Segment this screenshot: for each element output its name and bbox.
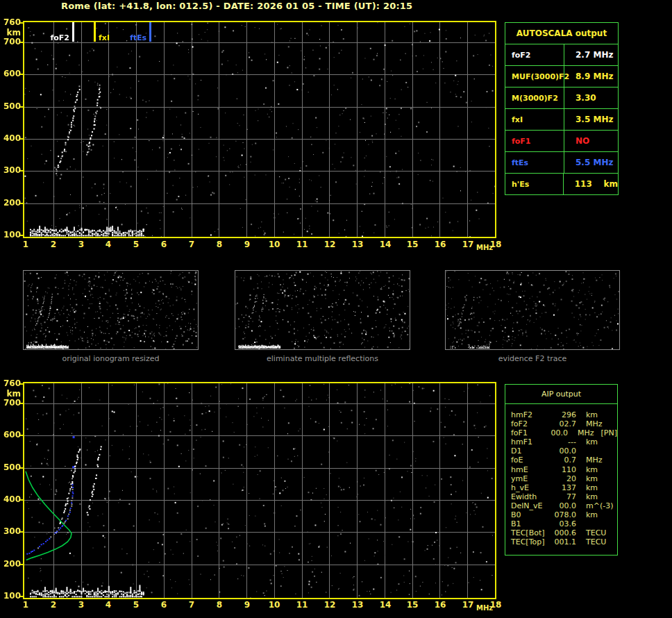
aip-row-value: 00.0 [546,428,568,437]
y-tick [20,235,23,236]
autoscala-output-table: AUTOSCALA output foF22.7 MHzMUF(3000)F28… [505,22,619,195]
aip-row-TEC[Bot]: TEC[Bot]000.6TECU [505,528,617,537]
x-tick-label: 4 [101,600,116,610]
aip-row-foF2: foF202.7MHz [505,419,617,428]
x-tick-label: 16 [432,240,448,249]
aip-row-label: B0 [511,510,551,519]
x-axis-unit: MHz [476,244,493,251]
aip-row-label: Ewidth [511,492,551,501]
x-tick-label: 11 [294,600,310,610]
aip-row-label: hmF1 [511,437,551,446]
autoscala-row-label: ftEs [505,152,564,173]
autoscala-row-ftEs: ftEs5.5 MHz [505,152,618,174]
aip-row-value: 137 [551,483,576,492]
aip-row-value: 03.6 [551,519,576,528]
aip-row-label: hmF2 [511,410,551,419]
x-tick-label: 7 [184,240,199,249]
aip-row-value: 00.0 [551,446,576,456]
aip-row-D1: D100.0 [505,446,617,456]
y-tick [20,531,23,533]
y-tick-label: 400 [0,494,21,504]
aip-row-label: ymE [511,474,551,483]
aip-row-value: 20 [551,474,576,483]
aip-row-unit: m^(-3) [586,501,613,510]
x-tick-label: 12 [322,240,337,249]
aip-row-B0: B0078.0km [505,510,617,519]
x-tick-label: 17 [460,240,476,249]
autoscala-row-fxI: fxI3.5 MHz [505,109,618,131]
aip-row-value: 0.7 [551,456,576,465]
autoscala-row-value: 5.5 MHz [564,152,618,173]
aip-table-rows: hmF2296kmfoF202.7MHzfoF100.0MHz[PN]hmF1-… [505,404,617,546]
aip-row-unit: MHz [586,456,603,465]
x-tick-label: 9 [240,600,255,610]
autoscala-row-label: M(3000)F2 [505,87,564,108]
marker-line-ftEs [149,22,151,42]
y-tick [20,499,23,501]
aip-table-title: AIP output [505,385,617,404]
x-tick-label: 3 [74,600,89,610]
autoscala-row-value: NO [564,131,618,151]
aip-row-unit: km [586,437,598,446]
aip-row-value: 110 [551,465,576,474]
y-tick-label: 100 [0,591,21,601]
x-tick-label: 13 [350,240,365,249]
aip-row-unit: TECU [586,537,606,546]
thumbnail-caption-reflections: eliminate multiple reflections [235,354,410,363]
aip-row-label: B1 [511,519,551,528]
y-tick [20,74,23,75]
x-tick-label: 15 [405,240,420,249]
thumbnail-f2-trace [445,270,620,350]
aip-row-hmF1: hmF1---km [505,437,617,446]
top-ionogram-plot: foF2fxIftEs [23,21,496,238]
autoscala-row-label: MUF(3000)F2 [505,66,564,87]
aip-row-ymE: ymE20km [505,474,617,483]
aip-row-value: 02.7 [551,419,576,428]
y-tick [20,203,23,204]
aip-row-unit: km [586,510,598,519]
aip-row-label: D1 [511,446,551,456]
aip-row-Ewidth: Ewidth77km [505,492,617,501]
x-tick-label: 8 [212,240,227,249]
y-tick [20,564,23,565]
aip-row-label: hmE [511,465,551,474]
y-tick-label: 700 [0,37,21,47]
aip-row-label: foF2 [511,419,551,428]
y-tick [20,106,23,108]
y-axis-unit: km [0,389,21,399]
x-tick-label: 5 [128,240,144,249]
aip-row-label: foF1 [511,428,546,437]
station-date-title: Rome (lat: +41.8, lon: 012.5) - DATE: 20… [61,1,412,11]
x-tick-label: 1 [18,600,33,610]
x-tick-label: 5 [128,600,144,610]
x-tick-label: 2 [46,240,61,249]
marker-line-foF2 [72,22,74,42]
y-tick-label: 100 [0,230,21,240]
thumbnail-f2-canvas [446,271,619,349]
thumbnail-original-ionogram [23,270,199,350]
aip-row-B1: B103.6 [505,519,617,528]
x-tick-label: 7 [184,600,199,610]
x-tick-label: 13 [350,600,365,610]
y-tick [20,383,23,385]
thumbnail-caption-f2: evidence F2 trace [445,354,620,363]
x-tick-label: 6 [156,240,171,249]
autoscala-row-foF1: foF1NO [505,131,618,152]
x-tick-label: 10 [267,240,282,249]
autoscala-row-label: h'Es [505,174,564,194]
autoscala-row-label: foF1 [505,131,564,151]
aip-row-DelN_vE: DelN_vE00.0m^(-3) [505,501,617,510]
autoscala-row-label: fxI [505,109,564,130]
aip-row-h_vE: h_vE137km [505,483,617,492]
y-tick [20,467,23,469]
aip-row-TEC[Top]: TEC[Top]001.1TECU [505,537,617,546]
aip-row-label: DelN_vE [511,501,551,510]
x-tick-label: 14 [378,600,393,610]
thumbnail-original-canvas [24,271,198,349]
aip-row-unit: TECU [586,528,606,537]
aip-row-label: TEC[Bot] [511,528,551,537]
autoscala-row-value: 2.7 MHz [564,44,618,65]
aip-row-note: [PN] [601,428,617,437]
autoscala-row-MUF(3000)F2: MUF(3000)F28.9 MHz [505,66,618,87]
aip-row-foF1: foF100.0MHz[PN] [505,428,617,437]
